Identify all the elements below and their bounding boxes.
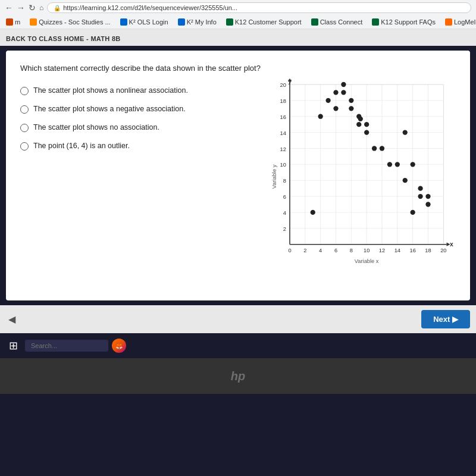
- svg-point-64: [380, 146, 384, 151]
- bookmark-m[interactable]: m: [4, 17, 23, 27]
- svg-point-56: [341, 90, 346, 95]
- svg-point-73: [403, 130, 408, 134]
- svg-text:2: 2: [303, 248, 306, 253]
- svg-text:16: 16: [410, 248, 416, 253]
- answer-option-1[interactable]: The scatter plot shows a nonlinear assoc…: [20, 86, 262, 95]
- radio-3[interactable]: [20, 124, 29, 132]
- url-text: https://learning.k12.com/d2l/le/sequence…: [63, 4, 237, 11]
- svg-point-74: [425, 202, 430, 206]
- hp-branding-area: hp: [0, 358, 476, 394]
- answer-label-2: The scatter plot shows a negative associ…: [33, 105, 186, 113]
- svg-text:4: 4: [319, 248, 322, 253]
- svg-text:6: 6: [283, 194, 286, 200]
- back-to-class-link[interactable]: BACK TO CLASS HOME - MATH 8B: [6, 35, 121, 42]
- svg-text:10: 10: [280, 162, 286, 168]
- svg-point-68: [411, 162, 415, 167]
- bookmark-m-label: m: [15, 18, 20, 26]
- bookmark-logmein[interactable]: LogMeIn: [443, 17, 476, 27]
- bookmark-logmein-icon: [445, 18, 452, 26]
- svg-text:16: 16: [280, 114, 286, 120]
- forward-nav-icon[interactable]: →: [17, 3, 25, 12]
- browser-chrome: ← → ↻ ⌂ 🔒 https://learning.k12.com/d2l/l…: [0, 0, 476, 29]
- page-background: BACK TO CLASS HOME - MATH 8B: [0, 29, 476, 46]
- bookmark-my-info[interactable]: K² My Info: [176, 17, 219, 27]
- hp-logo: hp: [231, 369, 245, 383]
- svg-point-62: [364, 130, 369, 134]
- svg-point-58: [349, 106, 353, 111]
- svg-point-67: [403, 178, 408, 183]
- svg-point-55: [341, 82, 346, 87]
- svg-text:18: 18: [425, 248, 431, 253]
- bookmark-quizzes-icon: [30, 18, 37, 26]
- navigation-area: ◀ Next ▶: [0, 305, 476, 333]
- bookmark-ols-label: K² OLS Login: [129, 18, 168, 26]
- taskbar-search-input[interactable]: [25, 340, 108, 352]
- svg-text:20: 20: [280, 82, 286, 88]
- svg-point-63: [372, 146, 377, 151]
- answer-option-4[interactable]: The point (16, 4) is an outlier.: [20, 142, 262, 151]
- svg-text:14: 14: [394, 248, 400, 253]
- address-bar[interactable]: 🔒 https://learning.k12.com/d2l/le/sequen…: [47, 2, 471, 13]
- bookmark-ols-login[interactable]: K² OLS Login: [118, 17, 171, 27]
- bookmark-customer-support[interactable]: K12 Customer Support: [224, 17, 304, 27]
- answer-options: The scatter plot shows a nonlinear assoc…: [20, 86, 262, 151]
- svg-text:12: 12: [379, 248, 385, 253]
- svg-point-65: [387, 162, 392, 167]
- bookmark-faqs-icon: [372, 18, 379, 26]
- svg-point-71: [411, 210, 415, 215]
- back-arrow-button[interactable]: ◀: [8, 314, 15, 325]
- svg-text:20: 20: [440, 248, 446, 253]
- svg-text:x: x: [450, 241, 453, 248]
- bookmarks-bar: m Quizzes - Soc Studies ... K² OLS Login…: [0, 15, 476, 29]
- taskbar: ⊞ 🦊: [0, 333, 476, 358]
- svg-text:Variable y: Variable y: [271, 164, 277, 189]
- firefox-logo: 🦊: [115, 343, 123, 349]
- bookmark-classconnect-label: Class Connect: [320, 18, 363, 26]
- question-text: Which statement correctly describe the d…: [20, 62, 262, 74]
- next-button-label: Next ▶: [433, 315, 458, 324]
- back-nav-icon[interactable]: ←: [5, 3, 13, 12]
- svg-text:10: 10: [364, 248, 369, 253]
- answer-option-2[interactable]: The scatter plot shows a negative associ…: [20, 105, 262, 114]
- svg-text:2: 2: [283, 226, 286, 232]
- firefox-taskbar-icon[interactable]: 🦊: [112, 339, 126, 353]
- svg-text:4: 4: [283, 210, 286, 216]
- svg-text:8: 8: [283, 178, 286, 184]
- home-icon[interactable]: ⌂: [39, 4, 43, 12]
- svg-point-61: [364, 122, 369, 127]
- windows-start-button[interactable]: ⊞: [5, 337, 21, 354]
- bookmark-logmein-label: LogMeIn: [454, 18, 476, 26]
- answer-option-3[interactable]: The scatter plot shows no association.: [20, 123, 262, 132]
- bookmark-support-faqs[interactable]: K12 Support FAQs: [369, 17, 438, 27]
- svg-point-51: [318, 114, 323, 119]
- svg-text:14: 14: [280, 130, 286, 136]
- svg-point-69: [418, 194, 422, 199]
- bookmark-support-icon: [226, 18, 233, 26]
- svg-point-52: [325, 98, 330, 103]
- bookmark-quizzes[interactable]: Quizzes - Soc Studies ...: [27, 17, 112, 27]
- bookmark-ols-icon: [120, 18, 127, 26]
- radio-1[interactable]: [20, 87, 29, 95]
- svg-point-70: [425, 194, 430, 199]
- svg-text:12: 12: [280, 146, 286, 152]
- reload-icon[interactable]: ↻: [29, 3, 36, 12]
- bookmark-myinfo-icon: [178, 18, 185, 26]
- next-button[interactable]: Next ▶: [421, 310, 470, 328]
- answer-label-1: The scatter plot shows a nonlinear assoc…: [33, 86, 188, 95]
- radio-4[interactable]: [20, 142, 29, 151]
- radio-2[interactable]: [20, 105, 29, 114]
- svg-point-75: [358, 117, 363, 121]
- answer-label-3: The scatter plot shows no association.: [33, 123, 159, 131]
- svg-text:6: 6: [334, 248, 337, 253]
- back-arrow-icon: ◀: [8, 314, 15, 324]
- svg-point-57: [349, 98, 353, 103]
- svg-text:Variable x: Variable x: [355, 258, 379, 264]
- svg-point-54: [333, 90, 338, 95]
- svg-text:0: 0: [288, 248, 291, 253]
- bookmark-faqs-label: K12 Support FAQs: [381, 18, 436, 26]
- bookmark-myinfo-label: K² My Info: [187, 18, 217, 26]
- question-area: Which statement correctly describe the d…: [20, 62, 262, 291]
- bookmark-class-connect[interactable]: Class Connect: [309, 17, 365, 27]
- svg-text:8: 8: [350, 248, 353, 253]
- bookmark-support-label: K12 Customer Support: [235, 18, 302, 26]
